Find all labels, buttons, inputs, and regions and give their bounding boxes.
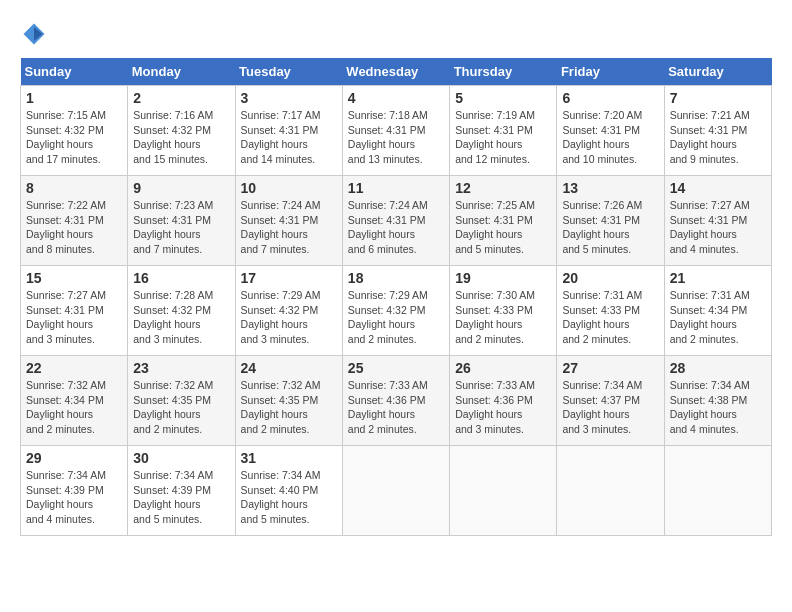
day-info: Sunrise: 7:29 AMSunset: 4:32 PMDaylight …: [348, 288, 444, 347]
calendar-cell-empty: [342, 446, 449, 536]
weekday-header-row: SundayMondayTuesdayWednesdayThursdayFrid…: [21, 58, 772, 86]
calendar-cell: 10 Sunrise: 7:24 AMSunset: 4:31 PMDaylig…: [235, 176, 342, 266]
calendar-cell: 2 Sunrise: 7:16 AMSunset: 4:32 PMDayligh…: [128, 86, 235, 176]
day-info: Sunrise: 7:27 AMSunset: 4:31 PMDaylight …: [26, 288, 122, 347]
day-info: Sunrise: 7:32 AMSunset: 4:34 PMDaylight …: [26, 378, 122, 437]
calendar-cell: 25 Sunrise: 7:33 AMSunset: 4:36 PMDaylig…: [342, 356, 449, 446]
weekday-header: Wednesday: [342, 58, 449, 86]
logo: [20, 20, 52, 48]
day-number: 11: [348, 180, 444, 196]
day-info: Sunrise: 7:16 AMSunset: 4:32 PMDaylight …: [133, 108, 229, 167]
day-number: 12: [455, 180, 551, 196]
calendar-cell: 23 Sunrise: 7:32 AMSunset: 4:35 PMDaylig…: [128, 356, 235, 446]
calendar-cell: 20 Sunrise: 7:31 AMSunset: 4:33 PMDaylig…: [557, 266, 664, 356]
calendar-cell: 8 Sunrise: 7:22 AMSunset: 4:31 PMDayligh…: [21, 176, 128, 266]
calendar-cell-empty: [557, 446, 664, 536]
weekday-header: Tuesday: [235, 58, 342, 86]
day-number: 10: [241, 180, 337, 196]
calendar-table: SundayMondayTuesdayWednesdayThursdayFrid…: [20, 58, 772, 536]
day-number: 27: [562, 360, 658, 376]
day-info: Sunrise: 7:32 AMSunset: 4:35 PMDaylight …: [133, 378, 229, 437]
day-number: 28: [670, 360, 766, 376]
day-number: 23: [133, 360, 229, 376]
day-info: Sunrise: 7:18 AMSunset: 4:31 PMDaylight …: [348, 108, 444, 167]
calendar-week-row: 22 Sunrise: 7:32 AMSunset: 4:34 PMDaylig…: [21, 356, 772, 446]
page-header: [20, 20, 772, 48]
day-number: 25: [348, 360, 444, 376]
day-number: 2: [133, 90, 229, 106]
calendar-week-row: 15 Sunrise: 7:27 AMSunset: 4:31 PMDaylig…: [21, 266, 772, 356]
day-number: 18: [348, 270, 444, 286]
calendar-cell: 19 Sunrise: 7:30 AMSunset: 4:33 PMDaylig…: [450, 266, 557, 356]
day-info: Sunrise: 7:34 AMSunset: 4:40 PMDaylight …: [241, 468, 337, 527]
calendar-cell: 9 Sunrise: 7:23 AMSunset: 4:31 PMDayligh…: [128, 176, 235, 266]
day-number: 3: [241, 90, 337, 106]
day-info: Sunrise: 7:30 AMSunset: 4:33 PMDaylight …: [455, 288, 551, 347]
day-info: Sunrise: 7:24 AMSunset: 4:31 PMDaylight …: [241, 198, 337, 257]
calendar-cell: 17 Sunrise: 7:29 AMSunset: 4:32 PMDaylig…: [235, 266, 342, 356]
calendar-cell: 22 Sunrise: 7:32 AMSunset: 4:34 PMDaylig…: [21, 356, 128, 446]
day-info: Sunrise: 7:20 AMSunset: 4:31 PMDaylight …: [562, 108, 658, 167]
calendar-cell: 16 Sunrise: 7:28 AMSunset: 4:32 PMDaylig…: [128, 266, 235, 356]
day-info: Sunrise: 7:17 AMSunset: 4:31 PMDaylight …: [241, 108, 337, 167]
calendar-cell: 27 Sunrise: 7:34 AMSunset: 4:37 PMDaylig…: [557, 356, 664, 446]
day-number: 6: [562, 90, 658, 106]
calendar-cell: 21 Sunrise: 7:31 AMSunset: 4:34 PMDaylig…: [664, 266, 771, 356]
day-number: 15: [26, 270, 122, 286]
day-info: Sunrise: 7:22 AMSunset: 4:31 PMDaylight …: [26, 198, 122, 257]
day-info: Sunrise: 7:34 AMSunset: 4:38 PMDaylight …: [670, 378, 766, 437]
weekday-header: Thursday: [450, 58, 557, 86]
day-info: Sunrise: 7:28 AMSunset: 4:32 PMDaylight …: [133, 288, 229, 347]
day-info: Sunrise: 7:27 AMSunset: 4:31 PMDaylight …: [670, 198, 766, 257]
day-info: Sunrise: 7:34 AMSunset: 4:37 PMDaylight …: [562, 378, 658, 437]
weekday-header: Saturday: [664, 58, 771, 86]
day-number: 7: [670, 90, 766, 106]
day-number: 9: [133, 180, 229, 196]
day-info: Sunrise: 7:29 AMSunset: 4:32 PMDaylight …: [241, 288, 337, 347]
day-number: 21: [670, 270, 766, 286]
calendar-cell: 26 Sunrise: 7:33 AMSunset: 4:36 PMDaylig…: [450, 356, 557, 446]
day-number: 13: [562, 180, 658, 196]
day-info: Sunrise: 7:33 AMSunset: 4:36 PMDaylight …: [455, 378, 551, 437]
calendar-cell: 28 Sunrise: 7:34 AMSunset: 4:38 PMDaylig…: [664, 356, 771, 446]
calendar-cell: 4 Sunrise: 7:18 AMSunset: 4:31 PMDayligh…: [342, 86, 449, 176]
calendar-cell: 1 Sunrise: 7:15 AMSunset: 4:32 PMDayligh…: [21, 86, 128, 176]
calendar-cell: 6 Sunrise: 7:20 AMSunset: 4:31 PMDayligh…: [557, 86, 664, 176]
calendar-week-row: 29 Sunrise: 7:34 AMSunset: 4:39 PMDaylig…: [21, 446, 772, 536]
calendar-cell: 5 Sunrise: 7:19 AMSunset: 4:31 PMDayligh…: [450, 86, 557, 176]
day-number: 8: [26, 180, 122, 196]
weekday-header: Friday: [557, 58, 664, 86]
calendar-cell: 11 Sunrise: 7:24 AMSunset: 4:31 PMDaylig…: [342, 176, 449, 266]
day-number: 26: [455, 360, 551, 376]
logo-icon: [20, 20, 48, 48]
calendar-cell: 24 Sunrise: 7:32 AMSunset: 4:35 PMDaylig…: [235, 356, 342, 446]
day-info: Sunrise: 7:19 AMSunset: 4:31 PMDaylight …: [455, 108, 551, 167]
day-info: Sunrise: 7:26 AMSunset: 4:31 PMDaylight …: [562, 198, 658, 257]
weekday-header: Sunday: [21, 58, 128, 86]
day-number: 31: [241, 450, 337, 466]
day-number: 19: [455, 270, 551, 286]
day-info: Sunrise: 7:33 AMSunset: 4:36 PMDaylight …: [348, 378, 444, 437]
day-number: 5: [455, 90, 551, 106]
calendar-week-row: 8 Sunrise: 7:22 AMSunset: 4:31 PMDayligh…: [21, 176, 772, 266]
day-info: Sunrise: 7:34 AMSunset: 4:39 PMDaylight …: [133, 468, 229, 527]
day-number: 29: [26, 450, 122, 466]
calendar-cell-empty: [664, 446, 771, 536]
calendar-week-row: 1 Sunrise: 7:15 AMSunset: 4:32 PMDayligh…: [21, 86, 772, 176]
weekday-header: Monday: [128, 58, 235, 86]
day-info: Sunrise: 7:21 AMSunset: 4:31 PMDaylight …: [670, 108, 766, 167]
calendar-cell: 31 Sunrise: 7:34 AMSunset: 4:40 PMDaylig…: [235, 446, 342, 536]
calendar-cell: 7 Sunrise: 7:21 AMSunset: 4:31 PMDayligh…: [664, 86, 771, 176]
day-info: Sunrise: 7:23 AMSunset: 4:31 PMDaylight …: [133, 198, 229, 257]
day-number: 24: [241, 360, 337, 376]
calendar-cell: 14 Sunrise: 7:27 AMSunset: 4:31 PMDaylig…: [664, 176, 771, 266]
day-number: 14: [670, 180, 766, 196]
day-info: Sunrise: 7:25 AMSunset: 4:31 PMDaylight …: [455, 198, 551, 257]
day-info: Sunrise: 7:15 AMSunset: 4:32 PMDaylight …: [26, 108, 122, 167]
day-number: 22: [26, 360, 122, 376]
day-number: 1: [26, 90, 122, 106]
calendar-cell: 15 Sunrise: 7:27 AMSunset: 4:31 PMDaylig…: [21, 266, 128, 356]
day-number: 4: [348, 90, 444, 106]
calendar-cell-empty: [450, 446, 557, 536]
day-number: 20: [562, 270, 658, 286]
